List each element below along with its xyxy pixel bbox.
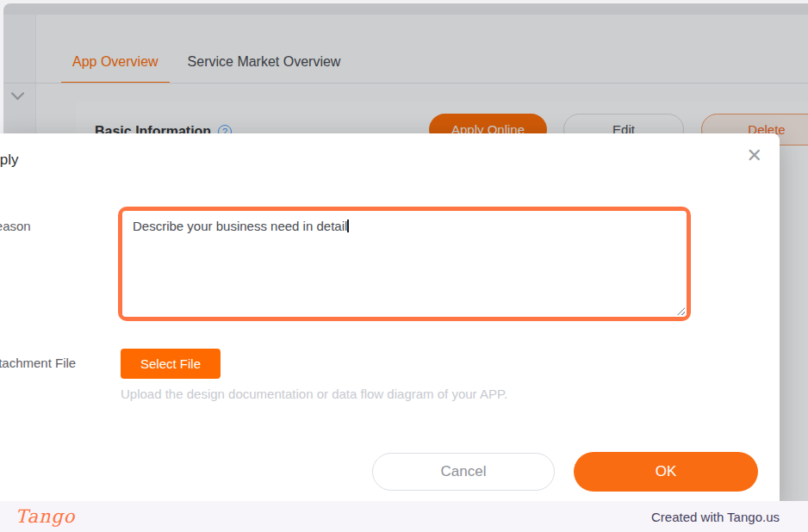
tango-credit-text: Created with Tango.us bbox=[651, 510, 780, 524]
tango-footer-bar: Tango Created with Tango.us bbox=[0, 501, 808, 532]
reason-textarea-value: Describe your business need in detail bbox=[133, 219, 347, 233]
resize-handle-icon[interactable] bbox=[677, 307, 685, 315]
cancel-button[interactable]: Cancel bbox=[372, 453, 555, 491]
attachment-hint-text: Upload the design documentation or data … bbox=[121, 387, 507, 401]
select-file-button[interactable]: Select File bbox=[121, 349, 221, 379]
reason-textarea[interactable]: Describe your business need in detail bbox=[122, 211, 687, 317]
apply-dialog: Apply ✕ Reason Describe your business ne… bbox=[0, 133, 780, 505]
attachment-file-label: Attachment File bbox=[0, 356, 76, 370]
reason-label: Reason bbox=[0, 219, 31, 233]
close-icon[interactable]: ✕ bbox=[747, 146, 762, 165]
text-caret bbox=[347, 220, 349, 232]
dialog-title: Apply bbox=[0, 152, 19, 169]
tango-logo: Tango bbox=[16, 506, 76, 527]
ok-button[interactable]: OK bbox=[574, 452, 758, 492]
tango-highlight-box: Describe your business need in detail bbox=[118, 207, 691, 321]
